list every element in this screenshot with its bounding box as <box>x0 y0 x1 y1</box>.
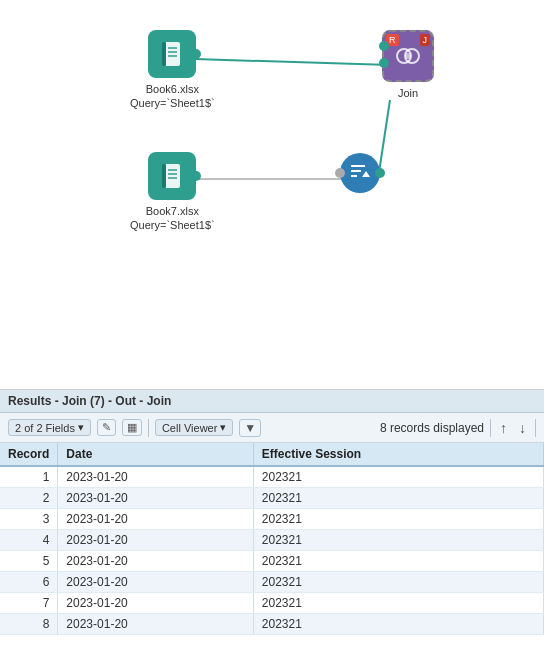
data-table-wrapper: Record Date Effective Session 1 2023-01-… <box>0 443 544 645</box>
cell-date: 2023-01-20 <box>58 572 253 593</box>
table-row: 1 2023-01-20 202321 <box>0 466 544 488</box>
svg-rect-9 <box>162 164 166 188</box>
cell-record: 4 <box>0 530 58 551</box>
fields-dropdown[interactable]: 2 of 2 Fields ▾ <box>8 419 91 436</box>
svg-line-0 <box>195 59 390 65</box>
table-header-row: Record Date Effective Session <box>0 443 544 466</box>
separator3 <box>535 419 536 437</box>
scroll-up-button[interactable]: ↑ <box>497 420 510 436</box>
join-label: Join <box>398 86 418 100</box>
svg-rect-4 <box>162 42 166 66</box>
table-row: 6 2023-01-20 202321 <box>0 572 544 593</box>
book-svg <box>157 39 187 69</box>
cell-session: 202321 <box>253 614 543 635</box>
fields-label: 2 of 2 Fields <box>15 422 75 434</box>
table-button[interactable]: ▦ <box>122 419 142 436</box>
cell-record: 2 <box>0 488 58 509</box>
cell-session: 202321 <box>253 572 543 593</box>
separator2 <box>490 419 491 437</box>
col-header-session: Effective Session <box>253 443 543 466</box>
cell-session: 202321 <box>253 488 543 509</box>
cell-session: 202321 <box>253 593 543 614</box>
col-header-record: Record <box>0 443 58 466</box>
table-row: 3 2023-01-20 202321 <box>0 509 544 530</box>
chevron-down-icon2: ▾ <box>220 421 226 434</box>
cell-date: 2023-01-20 <box>58 488 253 509</box>
scroll-down-button[interactable]: ↓ <box>516 420 529 436</box>
book6-icon <box>148 30 196 78</box>
cell-record: 5 <box>0 551 58 572</box>
cell-record: 8 <box>0 614 58 635</box>
filter-button[interactable]: ▼ <box>239 419 261 437</box>
connection-lines <box>0 0 544 389</box>
results-title: Results - Join (7) - Out - Join <box>8 394 171 408</box>
workflow-canvas: Book6.xlsx Query=`Sheet1$` Book7.xlsx Qu… <box>0 0 544 390</box>
join-svg <box>394 42 422 70</box>
cell-date: 2023-01-20 <box>58 551 253 572</box>
data-table: Record Date Effective Session 1 2023-01-… <box>0 443 544 635</box>
join-icon: R J <box>382 30 434 82</box>
book7-icon <box>148 152 196 200</box>
book7-svg <box>157 161 187 191</box>
svg-rect-17 <box>351 170 361 172</box>
results-panel: Results - Join (7) - Out - Join 2 of 2 F… <box>0 390 544 645</box>
table-row: 2 2023-01-20 202321 <box>0 488 544 509</box>
svg-rect-18 <box>351 175 357 177</box>
svg-marker-19 <box>362 171 370 177</box>
table-row: 5 2023-01-20 202321 <box>0 551 544 572</box>
cell-date: 2023-01-20 <box>58 466 253 488</box>
node-join[interactable]: R J Join <box>382 30 434 100</box>
cell-session: 202321 <box>253 466 543 488</box>
cell-record: 1 <box>0 466 58 488</box>
viewer-label: Cell Viewer <box>162 422 217 434</box>
cell-record: 7 <box>0 593 58 614</box>
cell-session: 202321 <box>253 509 543 530</box>
cell-date: 2023-01-20 <box>58 614 253 635</box>
svg-point-15 <box>405 53 411 59</box>
records-count: 8 records displayed <box>380 421 484 435</box>
edit-button[interactable]: ✎ <box>97 419 116 436</box>
book6-label: Book6.xlsx Query=`Sheet1$` <box>130 82 215 111</box>
node-book7[interactable]: Book7.xlsx Query=`Sheet1$` <box>130 152 215 233</box>
results-header: Results - Join (7) - Out - Join <box>0 390 544 413</box>
table-row: 4 2023-01-20 202321 <box>0 530 544 551</box>
separator <box>148 419 149 437</box>
cell-date: 2023-01-20 <box>58 593 253 614</box>
table-row: 8 2023-01-20 202321 <box>0 614 544 635</box>
cell-session: 202321 <box>253 551 543 572</box>
cell-date: 2023-01-20 <box>58 509 253 530</box>
table-row: 7 2023-01-20 202321 <box>0 593 544 614</box>
sort-svg <box>348 161 372 185</box>
viewer-dropdown[interactable]: Cell Viewer ▾ <box>155 419 233 436</box>
cell-record: 3 <box>0 509 58 530</box>
table-body: 1 2023-01-20 202321 2 2023-01-20 202321 … <box>0 466 544 635</box>
cell-date: 2023-01-20 <box>58 530 253 551</box>
book7-label: Book7.xlsx Query=`Sheet1$` <box>130 204 215 233</box>
results-toolbar: 2 of 2 Fields ▾ ✎ ▦ Cell Viewer ▾ ▼ 8 re… <box>0 413 544 443</box>
chevron-down-icon: ▾ <box>78 421 84 434</box>
node-book6[interactable]: Book6.xlsx Query=`Sheet1$` <box>130 30 215 111</box>
sort-icon <box>340 153 380 193</box>
svg-rect-16 <box>351 165 365 167</box>
node-sort[interactable] <box>340 153 380 193</box>
col-header-date: Date <box>58 443 253 466</box>
cell-session: 202321 <box>253 530 543 551</box>
cell-record: 6 <box>0 572 58 593</box>
